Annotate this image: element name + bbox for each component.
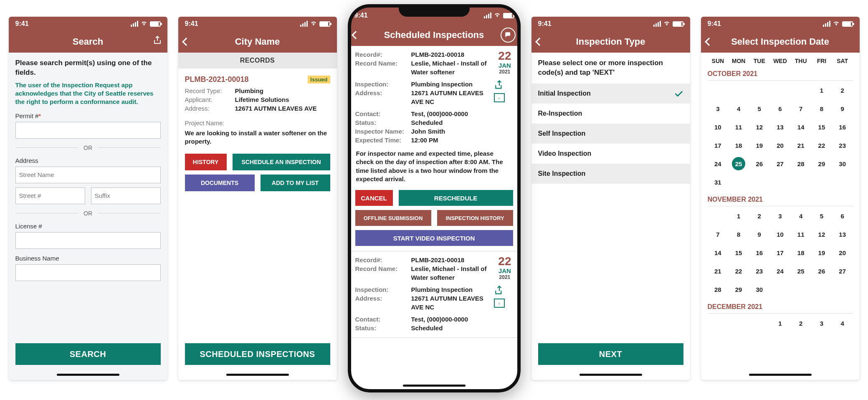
calendar-day[interactable]: 27 <box>770 156 791 172</box>
calendar-day[interactable]: 12 <box>749 119 770 135</box>
start-video-inspection-button[interactable]: START VIDEO INSPECTION <box>355 230 513 246</box>
calendar-day[interactable]: 20 <box>770 137 791 153</box>
share-button[interactable] <box>152 35 162 48</box>
calendar-day[interactable]: 8 <box>728 226 749 242</box>
calendar-day[interactable]: 17 <box>770 245 791 261</box>
business-name-input[interactable] <box>15 264 161 281</box>
calendar-day[interactable]: 6 <box>832 208 853 224</box>
search-button[interactable]: SEARCH <box>15 343 161 365</box>
calendar-day[interactable]: 14 <box>790 119 811 135</box>
calendar-day[interactable]: 5 <box>811 208 832 224</box>
calendar-day[interactable]: 21 <box>708 263 729 279</box>
back-button[interactable] <box>183 39 189 45</box>
street-name-input[interactable] <box>15 167 161 183</box>
calendar-day[interactable]: 3 <box>770 208 791 224</box>
calendar-day[interactable]: 11 <box>790 226 811 242</box>
calendar-day[interactable]: 24 <box>770 263 791 279</box>
calendar-day[interactable]: 1 <box>811 82 832 98</box>
calendar-day[interactable]: 28 <box>708 281 729 297</box>
license-input[interactable] <box>15 232 161 249</box>
scheduled-inspections-button[interactable]: SCHEDULED INSPECTIONS <box>185 343 330 365</box>
calendar-day[interactable]: 14 <box>708 245 729 261</box>
calendar-day[interactable]: 26 <box>749 156 770 172</box>
share-record-button[interactable] <box>494 80 505 89</box>
calendar-day[interactable]: 19 <box>749 137 770 153</box>
mail-button[interactable] <box>494 299 505 308</box>
calendar-day[interactable]: 7 <box>708 226 729 242</box>
next-button[interactable]: NEXT <box>538 343 683 365</box>
add-to-list-button[interactable]: ADD TO MY LIST <box>261 175 330 191</box>
calendar-day[interactable]: 10 <box>770 226 791 242</box>
schedule-inspection-button[interactable]: SCHEDULE AN INSPECTION <box>233 154 330 170</box>
inspection-type-item[interactable]: Initial Inspection <box>531 84 690 104</box>
calendar-day[interactable]: 18 <box>728 137 749 153</box>
share-record-button[interactable] <box>494 285 505 294</box>
back-button[interactable] <box>706 39 712 45</box>
calendar-day[interactable]: 25 <box>728 156 749 172</box>
calendar-day[interactable]: 12 <box>811 226 832 242</box>
reschedule-button[interactable]: RESCHEDULE <box>399 190 513 206</box>
calendar-day[interactable]: 23 <box>749 263 770 279</box>
street-number-input[interactable] <box>15 187 85 204</box>
calendar-day[interactable]: 4 <box>728 101 749 116</box>
calendar-day[interactable]: 16 <box>832 119 853 135</box>
calendar-day[interactable]: 20 <box>832 245 853 261</box>
calendar-day[interactable]: 17 <box>708 137 729 153</box>
calendar-day[interactable]: 18 <box>790 245 811 261</box>
calendar-day[interactable]: 4 <box>790 208 811 224</box>
mail-button[interactable] <box>494 93 505 102</box>
calendar-day[interactable]: 22 <box>728 263 749 279</box>
calendar-day[interactable]: 13 <box>832 226 853 242</box>
calendar-day[interactable]: 16 <box>749 245 770 261</box>
inspection-type-item[interactable]: Self Inspection <box>531 124 690 144</box>
calendar-day[interactable]: 9 <box>832 101 853 116</box>
calendar-day[interactable]: 3 <box>708 101 729 116</box>
calendar-day[interactable]: 27 <box>832 263 853 279</box>
calendar-day[interactable]: 24 <box>708 156 729 172</box>
calendar-day[interactable]: 2 <box>790 315 811 331</box>
inspection-type-item[interactable]: Site Inspection <box>531 164 690 184</box>
calendar-day[interactable]: 9 <box>749 226 770 242</box>
calendar-day[interactable]: 4 <box>832 315 853 331</box>
calendar-day[interactable]: 25 <box>790 263 811 279</box>
calendar-day[interactable]: 26 <box>811 263 832 279</box>
calendar-day[interactable]: 2 <box>832 82 853 98</box>
calendar-day[interactable]: 23 <box>832 137 853 153</box>
history-button[interactable]: HISTORY <box>185 154 227 170</box>
calendar-day[interactable]: 11 <box>728 119 749 135</box>
calendar-day[interactable]: 19 <box>811 245 832 261</box>
calendar-day[interactable]: 6 <box>770 101 791 116</box>
inspection-type-item[interactable]: Video Inspection <box>531 144 690 164</box>
calendar-day[interactable]: 22 <box>811 137 832 153</box>
calendar-day[interactable]: 3 <box>811 315 832 331</box>
status-bar: 9:41 <box>348 4 521 24</box>
calendar-day[interactable]: 29 <box>728 281 749 297</box>
calendar-day[interactable]: 15 <box>811 119 832 135</box>
calendar-day[interactable]: 21 <box>790 137 811 153</box>
inspection-history-button[interactable]: INSPECTION HISTORY <box>437 210 513 226</box>
calendar-day[interactable]: 31 <box>708 174 729 190</box>
calendar-day[interactable]: 30 <box>832 156 853 172</box>
documents-button[interactable]: DOCUMENTS <box>185 175 255 191</box>
calendar-day[interactable]: 2 <box>749 208 770 224</box>
home-indicator <box>403 385 466 387</box>
permit-input[interactable] <box>15 122 161 139</box>
calendar-day[interactable]: 13 <box>770 119 791 135</box>
calendar-day[interactable]: 7 <box>790 101 811 116</box>
calendar-day[interactable]: 30 <box>749 281 770 297</box>
back-button[interactable] <box>536 39 542 45</box>
chat-button[interactable] <box>501 28 516 43</box>
cancel-button[interactable]: CANCEL <box>355 190 393 206</box>
suffix-input[interactable] <box>91 187 161 204</box>
calendar-day[interactable]: 29 <box>811 156 832 172</box>
calendar-day[interactable]: 15 <box>728 245 749 261</box>
calendar-day[interactable]: 1 <box>770 315 791 331</box>
calendar-day[interactable]: 10 <box>708 119 729 135</box>
inspection-type-item[interactable]: Re-Inspection <box>531 104 690 124</box>
calendar-day[interactable]: 5 <box>749 101 770 116</box>
calendar-day[interactable]: 1 <box>728 208 749 224</box>
calendar-day[interactable]: 8 <box>811 101 832 116</box>
back-button[interactable] <box>353 32 359 38</box>
offline-submission-button[interactable]: OFFLINE SUBMISSION <box>355 210 431 226</box>
calendar-day[interactable]: 28 <box>790 156 811 172</box>
